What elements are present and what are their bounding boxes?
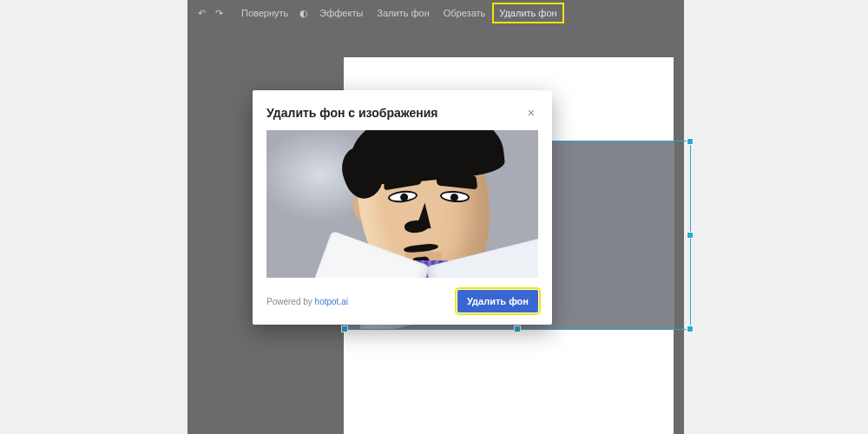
remove-bg-button[interactable]: Удалить фон [457,290,538,312]
modal-overlay: Удалить фон с изображения × [0,0,868,434]
modal-header: Удалить фон с изображения × [266,104,538,122]
powered-by: Powered by hotpot.ai [266,297,348,306]
powered-by-prefix: Powered by [266,297,315,306]
preview-image [266,130,538,278]
powered-by-link[interactable]: hotpot.ai [315,297,348,306]
modal-body [266,130,538,278]
modal-title: Удалить фон с изображения [266,106,438,120]
close-icon[interactable]: × [524,104,538,122]
modal-footer: Powered by hotpot.ai Удалить фон [266,290,538,312]
remove-bg-modal: Удалить фон с изображения × [253,90,552,325]
